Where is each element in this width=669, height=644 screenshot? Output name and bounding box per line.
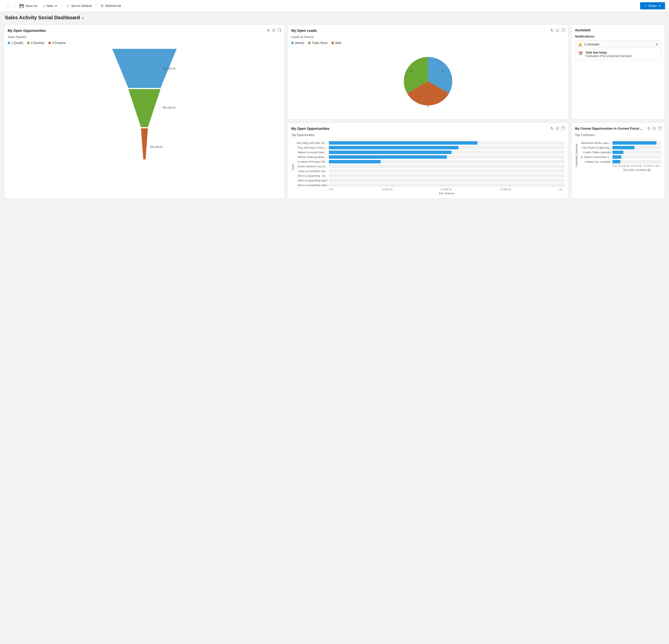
expand-closed-icon[interactable]: ❐ <box>658 126 661 131</box>
hbar-track-7 <box>329 174 565 177</box>
hbar-fill-2 <box>329 151 452 154</box>
table-leads-icon[interactable]: ☷ <box>556 28 559 33</box>
closed-opps-chart-container: Potential Customer Adventure Works (sam.… <box>575 139 661 171</box>
closed-hbar-track-0 <box>612 141 661 145</box>
closed-hbar-row-4: Litware, Inc. (sample) <box>579 160 661 163</box>
hbar-fill-4 <box>329 160 381 163</box>
back-icon: ← <box>6 4 10 8</box>
open-leads-title: My Open Leads <box>291 29 317 32</box>
x-axis-4: 40,... <box>559 188 565 191</box>
closed-hbar-row-2: Fourth Coffee (sample) <box>579 151 661 154</box>
refresh-leads-icon[interactable]: ↻ <box>551 28 554 33</box>
new-button[interactable]: + New ▼ <box>41 2 60 9</box>
legend-blank-dot <box>291 42 294 44</box>
pie-svg: 1 1 1 <box>398 52 458 111</box>
hbar-label-1: They sell many of the s... <box>295 146 327 149</box>
closed-hbar-label-2: Fourth Coffee (sample) <box>579 151 611 154</box>
hbar-label-3: Will be ordering about ... <box>295 156 327 158</box>
table-closed-icon[interactable]: ☷ <box>653 126 656 131</box>
hbar-fill-3 <box>329 155 447 159</box>
closed-hbar-track-3 <box>612 155 661 159</box>
refresh-button[interactable]: ↻ Refresh All <box>98 2 124 10</box>
closed-hbar-track-2 <box>612 151 661 154</box>
open-leads-card: My Open Leads ↻ ☷ ❐ Leads by Source (bla… <box>288 25 568 119</box>
open-opps-legend: 1-Qualify 2-Develop 3-Propose <box>8 41 281 45</box>
closed-hbar-fill-4 <box>612 160 621 163</box>
notifications-section: Notifications 🔔 1 reminder ∧ 📅 Task due … <box>575 34 661 60</box>
card-header-open-leads: My Open Leads ↻ ☷ ❐ <box>291 28 565 33</box>
refresh-chart-icon[interactable]: ↻ <box>267 28 270 33</box>
closed-opps-y-label: Potential Customer <box>575 144 578 167</box>
bell-icon: 🔔 <box>578 42 582 46</box>
card-icons-closed-opps: ↻ ☷ ❐ <box>647 126 661 131</box>
pie-label-3: 1 <box>410 69 412 73</box>
hbar-track-3 <box>329 155 565 159</box>
set-default-button[interactable]: ✓ Set As Default <box>64 2 94 10</box>
reminder-chevron-icon[interactable]: ∧ <box>656 42 658 46</box>
closed-hbar-fill-0 <box>612 141 656 145</box>
hbar-row-1: They sell many of the s... <box>295 146 565 149</box>
hbar-track-5 <box>329 164 565 168</box>
open-opportunities-card: My Open Opportunities ↻ ☷ ❐ Sales Pipeli… <box>4 25 285 199</box>
page-header: Sales Activity Social Dashboard ∨ <box>0 12 669 23</box>
funnel-develop-segment[interactable] <box>128 89 160 127</box>
legend-tradeshow-label: Trade Show <box>312 41 328 45</box>
page-title: Sales Activity Social Dashboard <box>5 15 80 20</box>
table-top-opps-icon[interactable]: ☷ <box>556 126 559 131</box>
top-opps-y-label: Topic <box>291 164 294 170</box>
table-view-icon[interactable]: ☷ <box>272 28 275 33</box>
closed-hbar-row-3: A. Datum Corporation (... <box>579 155 661 159</box>
closed-hbar-fill-3 <box>612 155 621 159</box>
x-axis-1: 10,000.00 <box>382 188 393 191</box>
expand-icon[interactable]: ❐ <box>277 28 281 33</box>
assistant-title: Assistant <box>575 28 590 32</box>
hbar-row-2: Needs to restock their ... <box>295 151 565 154</box>
closed-opps-title: My Closed Opportunities in Current Fisca… <box>575 127 643 130</box>
refresh-closed-icon[interactable]: ↻ <box>647 126 651 131</box>
save-as-button[interactable]: 💾 Save As <box>17 2 40 10</box>
new-label: New <box>47 4 53 8</box>
hbar-row-0: Very likely will order 18 ... <box>295 141 565 145</box>
task-text: Task due today Evaluation Plan proposed … <box>586 51 632 58</box>
legend-propose-label: 3-Propose <box>52 41 66 45</box>
closed-opps-bars: Adventure Works (sam... City Power & Lig… <box>579 139 661 171</box>
legend-propose: 3-Propose <box>48 41 66 45</box>
x-axis-0: 0.00 <box>329 188 333 191</box>
back-button[interactable]: ← <box>4 2 13 9</box>
open-leads-legend: (blank) Trade Show Web <box>291 41 565 45</box>
save-icon: 💾 <box>19 4 24 8</box>
refresh-top-opps-icon[interactable]: ↻ <box>551 126 554 131</box>
closed-x-axis-3: 75,000.00 <box>643 164 654 167</box>
hbar-label-2: Needs to restock their ... <box>295 151 327 154</box>
legend-web-label: Web <box>335 41 341 45</box>
closed-hbar-fill-2 <box>612 151 623 154</box>
funnel-develop-value: $55,000.00 <box>163 106 175 109</box>
closed-hbar-track-4 <box>612 160 661 163</box>
set-default-label: Set As Default <box>71 4 91 8</box>
reminder-group: 🔔 1 reminder ∧ 📅 Task due today Evaluati… <box>575 40 661 60</box>
funnel-propose-segment[interactable] <box>141 128 148 159</box>
hbar-row-8: Store is expanding opty2 <box>295 179 565 182</box>
reminder-header[interactable]: 🔔 1 reminder ∧ <box>575 41 661 48</box>
expand-leads-icon[interactable]: ❐ <box>561 28 565 33</box>
funnel-container: $25,000.00 $55,000.00 $36,000.00 <box>8 47 281 166</box>
task-icon: 📅 <box>578 51 583 56</box>
expand-top-opps-icon[interactable]: ❐ <box>561 126 565 131</box>
top-opps-x-axis: 0.00 10,000.00 20,000.00 30,000.00 40,..… <box>295 188 565 191</box>
top-opps-subtitle: Top Opportunities <box>291 133 565 137</box>
hbar-row-9: Store is expanding opty3 <box>295 183 565 187</box>
pie-container: 1 1 1 <box>291 47 565 116</box>
page-title-chevron-icon[interactable]: ∨ <box>82 16 84 20</box>
task-sub: Evaluation Plan proposed (sample) <box>586 54 632 58</box>
check-icon: ✓ <box>67 4 70 8</box>
card-icons-open-leads: ↻ ☷ ❐ <box>551 28 565 33</box>
share-button[interactable]: ↗ Share ▼ <box>640 2 665 9</box>
hbar-track-9 <box>329 183 565 187</box>
hbar-chart-closed: Adventure Works (sam... City Power & Lig… <box>579 141 661 163</box>
share-chevron-icon: ▼ <box>658 4 661 8</box>
hbar-label-5: Some interest in our pr... <box>295 165 327 168</box>
legend-web: Web <box>331 41 341 45</box>
open-leads-subtitle: Leads by Source <box>291 35 565 39</box>
legend-develop-label: 2-Develop <box>31 41 44 45</box>
x-axis-2: 20,000.00 <box>441 188 452 191</box>
